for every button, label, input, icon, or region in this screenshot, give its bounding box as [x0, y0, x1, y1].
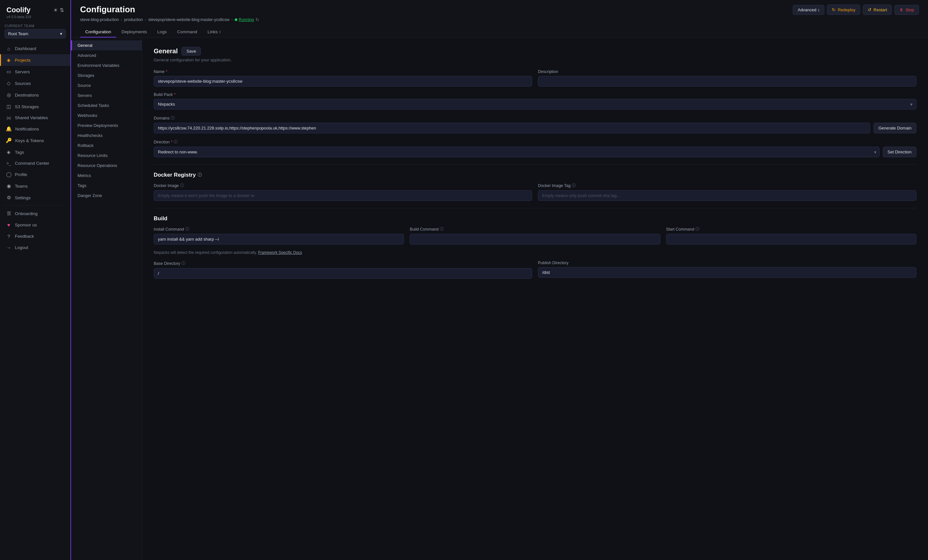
- sidebar-item-s3storages[interactable]: ◫ S3 Storages: [0, 101, 70, 112]
- heart-icon: ♥: [6, 222, 12, 228]
- redeploy-label: Redeploy: [838, 8, 855, 12]
- buildpack-select[interactable]: Nixpacks Dockerfile Docker Compose Stati…: [154, 99, 916, 110]
- sidebar-item-label: Logout: [15, 245, 28, 250]
- base-dir-input[interactable]: [154, 268, 532, 279]
- breadcrumb-project[interactable]: steve-blog-production: [80, 17, 119, 22]
- sidebar-logo-icons: ☀ ⇅: [53, 7, 64, 13]
- framework-docs-link[interactable]: Framework Specific Docs: [258, 250, 302, 255]
- sidebar-item-logout[interactable]: → Logout: [0, 242, 70, 253]
- subnav-item-envvars[interactable]: Environment Variables: [71, 60, 142, 70]
- team-select[interactable]: Root Team ▾: [5, 29, 66, 38]
- subnav-item-scheduledtasks[interactable]: Scheduled Tasks: [71, 101, 142, 110]
- docker-image-info-icon: ⓘ: [180, 183, 184, 188]
- subnav-item-metrics[interactable]: Metrics: [71, 171, 142, 180]
- sidebar-item-servers[interactable]: ▭ Servers: [0, 66, 70, 78]
- description-input[interactable]: [538, 76, 916, 87]
- sidebar-item-onboarding[interactable]: ☰ Onboarding: [0, 208, 70, 219]
- name-input[interactable]: [154, 76, 532, 87]
- install-command-field: Install Command ⓘ: [154, 226, 404, 244]
- docker-image-input[interactable]: [154, 190, 532, 201]
- sidebar-item-label: Dashboard: [15, 46, 36, 51]
- subnav-item-resourcelimits[interactable]: Resource Limits: [71, 151, 142, 160]
- sidebar-item-commandcenter[interactable]: >_ Command Center: [0, 158, 70, 169]
- tab-links[interactable]: Links ↕: [203, 27, 226, 37]
- sidebar-logo: Coolify ☀ ⇅ v4.0.0-beta.319: [0, 0, 70, 21]
- subnav-item-source[interactable]: Source: [71, 81, 142, 90]
- direction-info-icon: ⓘ: [174, 139, 178, 145]
- sidebar-item-dashboard[interactable]: ⌂ Dashboard: [0, 43, 70, 54]
- set-direction-button[interactable]: Set Direction: [883, 146, 916, 157]
- advanced-label: Advanced ↕: [798, 8, 820, 12]
- sidebar-item-profile[interactable]: ◯ Profile: [0, 169, 70, 180]
- generate-domain-button[interactable]: Generate Domain: [873, 123, 916, 133]
- nav-tabs: Configuration Deployments Logs Command L…: [80, 27, 919, 37]
- direction-label: Direction * ⓘ: [154, 139, 916, 145]
- sidebar-item-label: Command Center: [15, 161, 49, 166]
- subnav-item-rollback[interactable]: Rollback: [71, 140, 142, 151]
- sidebar-item-projects[interactable]: ◈ Projects: [0, 54, 70, 66]
- status-running-label[interactable]: Running: [239, 17, 254, 22]
- refresh-icon[interactable]: ↻: [255, 17, 259, 22]
- subnav-item-general[interactable]: General: [71, 40, 142, 50]
- sidebar-item-sharedvars[interactable]: {x} Shared Variables: [0, 112, 70, 123]
- sidebar-item-teams[interactable]: ◉ Teams: [0, 180, 70, 192]
- chevron-down-icon: ▾: [60, 31, 62, 36]
- terminal-icon: >_: [6, 161, 12, 166]
- subnav-item-webhooks[interactable]: Webhooks: [71, 110, 142, 121]
- base-dir-field: Base Directory ⓘ: [154, 261, 532, 279]
- sidebar-item-destinations[interactable]: ◎ Destinations: [0, 89, 70, 101]
- tab-deployments[interactable]: Deployments: [116, 27, 152, 37]
- onboarding-icon: ☰: [6, 211, 12, 217]
- tag-icon: ◈: [6, 149, 12, 155]
- action-buttons: Advanced ↕ ↻ Redeploy ↺ Restart ⏸ Stop: [793, 5, 919, 17]
- sidebar-item-tags[interactable]: ◈ Tags: [0, 146, 70, 158]
- save-button[interactable]: Save: [182, 47, 201, 55]
- sidebar-item-keys[interactable]: 🔑 Keys & Tokens: [0, 135, 70, 146]
- sidebar-divider: [5, 205, 66, 206]
- install-command-input[interactable]: [154, 234, 404, 244]
- redeploy-button[interactable]: ↻ Redeploy: [827, 5, 860, 15]
- sidebar: Coolify ☀ ⇅ v4.0.0-beta.319 Current Team…: [0, 0, 71, 560]
- domains-input[interactable]: [154, 123, 870, 133]
- direction-row: Direction * ⓘ Redirect to non-www. Redir…: [154, 139, 916, 157]
- start-command-input[interactable]: [666, 234, 916, 244]
- sun-icon[interactable]: ☀: [53, 7, 58, 13]
- servers-icon: ▭: [6, 69, 12, 75]
- subnav-item-tags[interactable]: Tags: [71, 180, 142, 191]
- tab-configuration[interactable]: Configuration: [80, 27, 116, 37]
- content-area: General Advanced Environment Variables S…: [71, 38, 928, 560]
- subnav-item-previewdeploys[interactable]: Preview Deployments: [71, 121, 142, 130]
- sidebar-item-settings[interactable]: ⚙ Settings: [0, 192, 70, 203]
- docker-image-tag-input[interactable]: [538, 190, 916, 201]
- build-command-input[interactable]: [410, 234, 660, 244]
- breadcrumb-environment[interactable]: production: [124, 17, 143, 22]
- tab-logs[interactable]: Logs: [152, 27, 172, 37]
- team-name: Root Team: [8, 31, 28, 36]
- install-command-info-icon: ⓘ: [185, 226, 189, 232]
- sidebar-item-label: Sponsor us: [15, 223, 37, 227]
- subnav-item-advanced[interactable]: Advanced: [71, 50, 142, 60]
- restart-button[interactable]: ↺ Restart: [863, 5, 892, 15]
- sources-icon: ◇: [6, 81, 12, 86]
- advanced-button[interactable]: Advanced ↕: [793, 5, 824, 15]
- sidebar-item-feedback[interactable]: ? Feedback: [0, 230, 70, 242]
- breadcrumb-app[interactable]: stevepop/steve-website-blog:master-ycs8c…: [148, 17, 230, 22]
- direction-select[interactable]: Redirect to non-www. Redirect to www. No…: [154, 146, 879, 157]
- direction-input-row: Redirect to non-www. Redirect to www. No…: [154, 146, 916, 157]
- subnav-item-resourceops[interactable]: Resource Operations: [71, 160, 142, 171]
- section-divider-1: [154, 164, 916, 165]
- sidebar-item-label: Tags: [15, 150, 24, 155]
- name-required: *: [166, 69, 167, 74]
- subnav-item-dangerzone[interactable]: Danger Zone: [71, 191, 142, 201]
- subnav-item-servers[interactable]: Servers: [71, 90, 142, 101]
- expand-icon[interactable]: ⇅: [60, 7, 64, 13]
- stop-button[interactable]: ⏸ Stop: [894, 5, 919, 15]
- tab-command[interactable]: Command: [172, 27, 202, 37]
- sidebar-item-sources[interactable]: ◇ Sources: [0, 78, 70, 89]
- subnav-item-storages[interactable]: Storages: [71, 70, 142, 81]
- sidebar-item-sponsor[interactable]: ♥ Sponsor us: [0, 219, 70, 230]
- publish-dir-input[interactable]: [538, 267, 916, 278]
- bell-icon: 🔔: [6, 126, 12, 132]
- sidebar-item-notifications[interactable]: 🔔 Notifications: [0, 123, 70, 135]
- subnav-item-healthchecks[interactable]: Healthchecks: [71, 130, 142, 140]
